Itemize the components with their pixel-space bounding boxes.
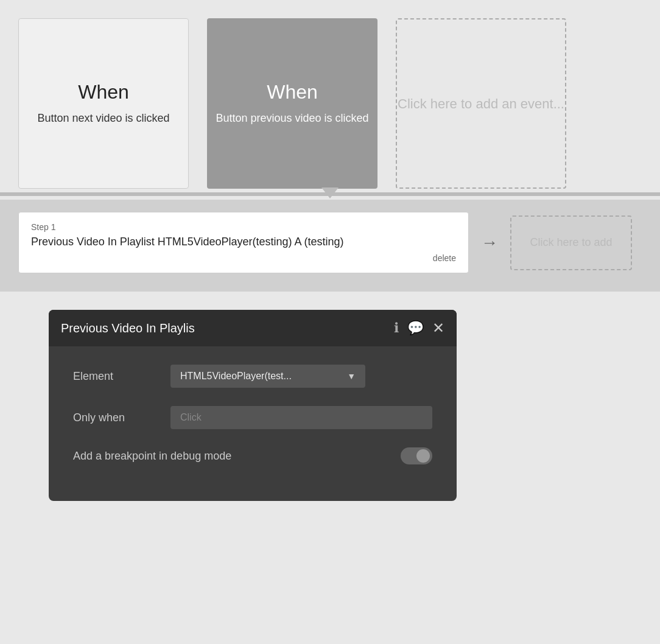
only-when-label: Only when xyxy=(73,411,170,424)
only-when-field-row: Only when xyxy=(73,406,432,429)
only-when-input[interactable] xyxy=(170,406,432,429)
separator xyxy=(0,189,660,200)
info-icon[interactable]: ℹ xyxy=(394,320,399,336)
element-label: Element xyxy=(73,370,170,383)
breakpoint-label: Add a breakpoint in debug mode xyxy=(73,450,401,463)
event-card-add[interactable]: Click here to add an event... xyxy=(396,18,566,189)
element-select-value: HTML5VideoPlayer(test... xyxy=(180,371,292,382)
step-title: Previous Video In Playlist HTML5VideoPla… xyxy=(31,236,456,248)
separator-triangle xyxy=(321,187,339,198)
element-select[interactable]: HTML5VideoPlayer(test... ▼ xyxy=(170,365,365,388)
top-events-area: When Button next video is clicked When B… xyxy=(0,0,660,189)
step-label: Step 1 xyxy=(31,222,456,232)
event-card-1-desc: Button next video is clicked xyxy=(37,111,169,126)
event-card-2-when: When xyxy=(267,81,318,103)
panel-icons: ℹ 💬 ✕ xyxy=(394,320,444,337)
event-card-1[interactable]: When Button next video is clicked xyxy=(18,18,189,189)
chevron-down-icon: ▼ xyxy=(347,371,356,381)
step-card: Step 1 Previous Video In Playlist HTML5V… xyxy=(18,212,469,273)
panel-body: Element HTML5VideoPlayer(test... ▼ Only … xyxy=(49,346,457,483)
comment-icon[interactable]: 💬 xyxy=(407,320,424,336)
step-delete-button[interactable]: delete xyxy=(31,253,456,263)
event-card-1-when: When xyxy=(78,81,129,103)
event-card-2-desc: Button previous video is clicked xyxy=(216,111,368,126)
action-panel: Previous Video In Playlis ℹ 💬 ✕ Element … xyxy=(49,310,457,501)
breakpoint-row: Add a breakpoint in debug mode xyxy=(73,447,432,464)
element-field-row: Element HTML5VideoPlayer(test... ▼ xyxy=(73,365,432,388)
toggle-knob xyxy=(416,449,430,463)
actions-area: Step 1 Previous Video In Playlist HTML5V… xyxy=(0,200,660,292)
event-card-add-placeholder: Click here to add an event... xyxy=(398,94,564,114)
panel-header: Previous Video In Playlis ℹ 💬 ✕ xyxy=(49,310,457,346)
add-action-button[interactable]: Click here to add xyxy=(510,215,632,270)
add-action-placeholder: Click here to add xyxy=(530,235,612,250)
panel-title: Previous Video In Playlis xyxy=(61,321,195,335)
arrow-icon: → xyxy=(481,233,498,253)
close-icon[interactable]: ✕ xyxy=(432,320,444,337)
event-card-2[interactable]: When Button previous video is clicked xyxy=(207,18,377,189)
breakpoint-toggle[interactable] xyxy=(401,447,432,464)
